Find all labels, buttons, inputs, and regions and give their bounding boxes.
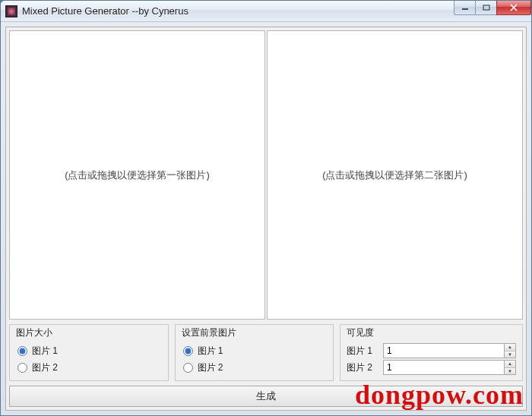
fg-radio-2-label: 图片 2 bbox=[198, 361, 223, 374]
size-radio-2-label: 图片 2 bbox=[32, 361, 58, 374]
svg-rect-0 bbox=[462, 8, 468, 10]
fg-radio-2-input[interactable] bbox=[183, 363, 193, 373]
visibility-row-1: 图片 1 ▲ ▼ bbox=[347, 342, 516, 359]
fg-radio-2[interactable]: 图片 2 bbox=[182, 359, 328, 376]
app-window: Mixed Picture Generator --by Cynerus (点击… bbox=[0, 0, 532, 416]
visibility-1-up[interactable]: ▲ bbox=[505, 344, 515, 351]
fg-radio-1-input[interactable] bbox=[183, 346, 193, 356]
group-visibility: 可见度 图片 1 ▲ ▼ 图片 2 bbox=[340, 324, 523, 381]
visibility-row-2: 图片 2 ▲ ▼ bbox=[347, 359, 516, 376]
visibility-spin-btns-1: ▲ ▼ bbox=[504, 343, 516, 358]
visibility-1-down[interactable]: ▼ bbox=[505, 351, 515, 358]
drop-area-second-hint: (点击或拖拽以便选择第二张图片) bbox=[322, 169, 467, 182]
drop-area-first-hint: (点击或拖拽以便选择第一张图片) bbox=[65, 169, 210, 182]
generate-row: 生成 bbox=[9, 386, 523, 407]
size-radio-1[interactable]: 图片 1 bbox=[16, 342, 162, 359]
drop-area-first[interactable]: (点击或拖拽以便选择第一张图片) bbox=[9, 30, 265, 320]
client-area: (点击或拖拽以便选择第一张图片) (点击或拖拽以便选择第二张图片) 图片大小 图… bbox=[5, 27, 527, 411]
visibility-spinner-2: ▲ ▼ bbox=[383, 360, 516, 375]
generate-button[interactable]: 生成 bbox=[9, 386, 523, 407]
window-controls bbox=[454, 1, 531, 16]
maximize-icon bbox=[483, 5, 490, 11]
visibility-2-up[interactable]: ▲ bbox=[505, 361, 515, 368]
close-icon bbox=[509, 4, 518, 11]
drop-row: (点击或拖拽以便选择第一张图片) (点击或拖拽以便选择第二张图片) bbox=[9, 30, 523, 320]
visibility-spin-btns-2: ▲ ▼ bbox=[504, 360, 516, 375]
maximize-button[interactable] bbox=[475, 1, 496, 15]
fg-radio-1-label: 图片 1 bbox=[198, 345, 223, 358]
titlebar[interactable]: Mixed Picture Generator --by Cynerus bbox=[1, 1, 531, 22]
close-button[interactable] bbox=[496, 1, 531, 15]
controls-row: 图片大小 图片 1 图片 2 设置前景图片 图片 1 图片 bbox=[9, 324, 523, 381]
window-title: Mixed Picture Generator --by Cynerus bbox=[22, 5, 188, 17]
minimize-button[interactable] bbox=[454, 1, 475, 15]
fg-radio-1[interactable]: 图片 1 bbox=[182, 342, 328, 359]
group-foreground: 设置前景图片 图片 1 图片 2 bbox=[175, 324, 334, 381]
group-image-size-title: 图片大小 bbox=[16, 326, 162, 339]
group-image-size: 图片大小 图片 1 图片 2 bbox=[9, 324, 169, 381]
visibility-spinner-1: ▲ ▼ bbox=[383, 343, 516, 358]
group-visibility-title: 可见度 bbox=[347, 326, 516, 339]
size-radio-2[interactable]: 图片 2 bbox=[16, 359, 162, 376]
drop-area-second[interactable]: (点击或拖拽以便选择第二张图片) bbox=[267, 30, 523, 320]
minimize-icon bbox=[461, 5, 469, 11]
size-radio-2-input[interactable] bbox=[17, 363, 27, 373]
app-icon bbox=[5, 5, 17, 17]
visibility-2-down[interactable]: ▼ bbox=[505, 368, 515, 375]
size-radio-1-input[interactable] bbox=[17, 346, 27, 356]
visibility-label-2: 图片 2 bbox=[347, 361, 383, 374]
size-radio-1-label: 图片 1 bbox=[32, 345, 58, 358]
svg-rect-1 bbox=[483, 5, 489, 10]
visibility-input-2[interactable] bbox=[383, 360, 504, 375]
visibility-input-1[interactable] bbox=[383, 343, 504, 358]
group-foreground-title: 设置前景图片 bbox=[182, 326, 328, 339]
visibility-label-1: 图片 1 bbox=[347, 345, 383, 358]
